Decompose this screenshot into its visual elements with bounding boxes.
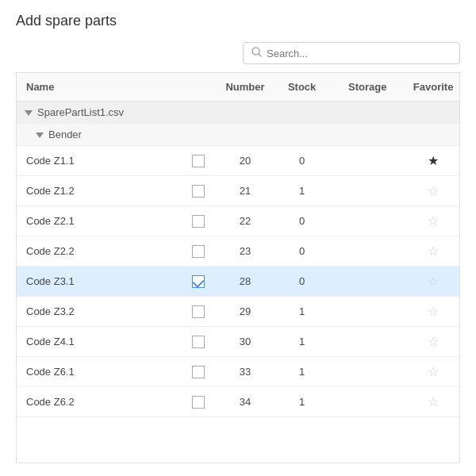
row-number: 29 bbox=[214, 297, 275, 327]
row-checkbox-cell[interactable] bbox=[182, 357, 214, 387]
row-favorite[interactable]: ☆ bbox=[407, 176, 459, 206]
row-checkbox[interactable] bbox=[192, 155, 205, 167]
col-header-storage: Storage bbox=[328, 73, 407, 102]
row-stock: 1 bbox=[276, 327, 328, 357]
row-stock: 1 bbox=[276, 387, 328, 417]
col-header-checkbox bbox=[182, 73, 214, 102]
favorite-star[interactable]: ☆ bbox=[428, 274, 439, 288]
row-number: 30 bbox=[214, 327, 275, 357]
row-stock: 0 bbox=[276, 236, 328, 267]
row-storage bbox=[328, 357, 407, 387]
table-row[interactable]: Code Z3.1 28 0 ☆ bbox=[17, 267, 459, 297]
row-checkbox-cell[interactable] bbox=[182, 146, 214, 176]
search-bar-container bbox=[16, 42, 460, 64]
svg-line-1 bbox=[259, 54, 261, 56]
row-storage bbox=[328, 236, 407, 267]
favorite-star[interactable]: ★ bbox=[428, 154, 439, 167]
spare-parts-table: Name Number Stock Storage Favorite Spare… bbox=[17, 73, 459, 417]
row-favorite[interactable]: ☆ bbox=[407, 357, 459, 387]
table-row[interactable]: Code Z1.1 20 0 ★ bbox=[17, 146, 459, 176]
row-storage bbox=[328, 267, 407, 297]
row-checkbox-cell[interactable] bbox=[182, 236, 214, 267]
table-row[interactable]: Code Z6.2 34 1 ☆ bbox=[17, 387, 459, 417]
row-favorite[interactable]: ☆ bbox=[407, 387, 459, 417]
row-name: Code Z3.2 bbox=[17, 297, 182, 327]
row-name: Code Z3.1 bbox=[17, 267, 182, 297]
row-checkbox[interactable] bbox=[192, 396, 205, 409]
row-name: Code Z4.1 bbox=[17, 327, 182, 357]
table-wrapper: Name Number Stock Storage Favorite Spare… bbox=[16, 72, 460, 463]
subgroup-row-name: Bender bbox=[17, 124, 459, 146]
table-header-row: Name Number Stock Storage Favorite bbox=[17, 73, 459, 102]
row-storage bbox=[328, 146, 407, 176]
table-row[interactable]: Code Z3.2 29 1 ☆ bbox=[17, 297, 459, 327]
row-checkbox[interactable] bbox=[192, 366, 205, 378]
favorite-star[interactable]: ☆ bbox=[428, 184, 439, 198]
row-stock: 1 bbox=[276, 297, 328, 327]
row-stock: 1 bbox=[276, 357, 328, 387]
row-stock: 0 bbox=[276, 146, 328, 176]
row-checkbox[interactable] bbox=[192, 245, 205, 258]
favorite-star[interactable]: ☆ bbox=[428, 395, 439, 409]
favorite-star[interactable]: ☆ bbox=[428, 305, 439, 318]
row-checkbox-cell[interactable] bbox=[182, 206, 214, 236]
favorite-star[interactable]: ☆ bbox=[428, 335, 439, 348]
row-checkbox[interactable] bbox=[192, 215, 205, 228]
row-number: 33 bbox=[214, 357, 275, 387]
row-favorite[interactable]: ☆ bbox=[407, 297, 459, 327]
row-favorite[interactable]: ☆ bbox=[407, 236, 459, 267]
row-name: Code Z2.1 bbox=[17, 206, 182, 236]
row-number: 28 bbox=[214, 267, 275, 297]
table-scroll[interactable]: Name Number Stock Storage Favorite Spare… bbox=[17, 73, 459, 463]
favorite-star[interactable]: ☆ bbox=[428, 244, 439, 258]
favorite-star[interactable]: ☆ bbox=[428, 214, 439, 228]
row-name: Code Z1.2 bbox=[17, 176, 182, 206]
favorite-star[interactable]: ☆ bbox=[428, 365, 439, 378]
col-header-name: Name bbox=[17, 73, 182, 102]
row-checkbox-cell[interactable] bbox=[182, 327, 214, 357]
row-stock: 1 bbox=[276, 176, 328, 206]
row-storage bbox=[328, 387, 407, 417]
expand-icon bbox=[25, 110, 33, 116]
row-storage bbox=[328, 176, 407, 206]
row-checkbox-cell[interactable] bbox=[182, 176, 214, 206]
row-storage bbox=[328, 297, 407, 327]
search-box[interactable] bbox=[243, 42, 460, 64]
row-checkbox[interactable] bbox=[192, 185, 205, 198]
row-stock: 0 bbox=[276, 206, 328, 236]
row-checkbox[interactable] bbox=[192, 336, 205, 348]
row-name: Code Z2.2 bbox=[17, 236, 182, 267]
col-header-number: Number bbox=[214, 73, 275, 102]
row-number: 22 bbox=[214, 206, 275, 236]
row-favorite[interactable]: ☆ bbox=[407, 267, 459, 297]
table-row[interactable]: Code Z6.1 33 1 ☆ bbox=[17, 357, 459, 387]
row-checkbox[interactable] bbox=[192, 305, 205, 318]
row-checkbox-cell[interactable] bbox=[182, 387, 214, 417]
row-favorite[interactable]: ☆ bbox=[407, 206, 459, 236]
row-number: 21 bbox=[214, 176, 275, 206]
row-favorite[interactable]: ★ bbox=[407, 146, 459, 176]
row-name: Code Z1.1 bbox=[17, 146, 182, 176]
table-row[interactable]: Code Z4.1 30 1 ☆ bbox=[17, 327, 459, 357]
row-checkbox[interactable] bbox=[192, 275, 205, 288]
page-title: Add spare parts bbox=[16, 13, 460, 29]
group-row[interactable]: SparePartList1.csv bbox=[17, 102, 459, 124]
col-header-stock: Stock bbox=[276, 73, 328, 102]
table-row[interactable]: Code Z2.1 22 0 ☆ bbox=[17, 206, 459, 236]
row-checkbox-cell[interactable] bbox=[182, 297, 214, 327]
row-checkbox-cell[interactable] bbox=[182, 267, 214, 297]
table-row[interactable]: Code Z1.2 21 1 ☆ bbox=[17, 176, 459, 206]
subgroup-row[interactable]: Bender bbox=[17, 124, 459, 146]
row-number: 20 bbox=[214, 146, 275, 176]
col-header-favorite: Favorite bbox=[407, 73, 459, 102]
row-storage bbox=[328, 327, 407, 357]
row-number: 34 bbox=[214, 387, 275, 417]
expand-icon bbox=[36, 132, 44, 138]
search-icon bbox=[251, 47, 262, 60]
row-favorite[interactable]: ☆ bbox=[407, 327, 459, 357]
row-name: Code Z6.2 bbox=[17, 387, 182, 417]
row-name: Code Z6.1 bbox=[17, 357, 182, 387]
search-input[interactable] bbox=[267, 48, 451, 60]
row-storage bbox=[328, 206, 407, 236]
table-row[interactable]: Code Z2.2 23 0 ☆ bbox=[17, 236, 459, 267]
